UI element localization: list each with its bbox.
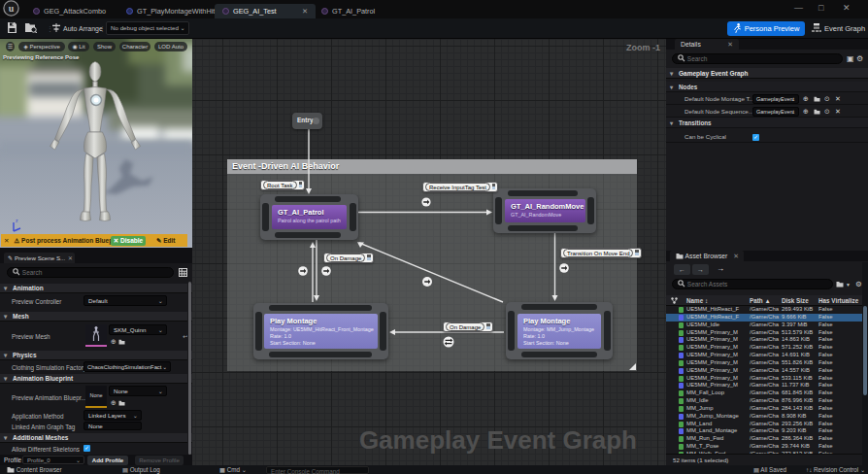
svg-text:u: u	[9, 3, 15, 14]
svg-text:z: z	[16, 219, 18, 223]
